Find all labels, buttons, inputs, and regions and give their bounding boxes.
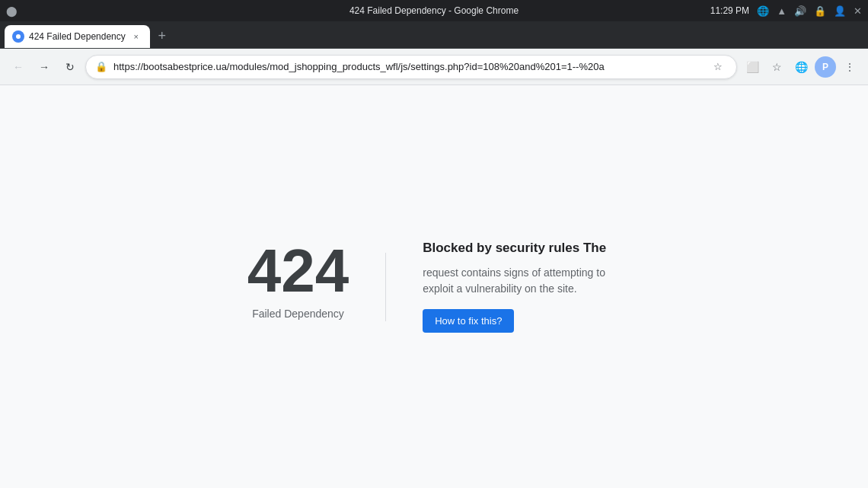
account-icon: 👤 [834, 5, 846, 17]
cast-button[interactable]: ⬜ [742, 56, 763, 78]
new-tab-button[interactable]: + [152, 25, 173, 46]
lock-system-icon: 🔒 [814, 5, 826, 17]
titlebar-left: ⬤ [6, 5, 18, 17]
error-code: 424 [247, 241, 349, 301]
speaker-icon: 🔊 [794, 5, 806, 17]
window-close-icon[interactable]: ✕ [854, 5, 862, 17]
menu-button[interactable]: ⋮ [839, 56, 860, 78]
tab-title: 424 Failed Dependency [29, 31, 126, 42]
tab-favicon [12, 30, 24, 43]
error-left: 424 Failed Dependency [247, 241, 349, 320]
lock-icon: 🔒 [95, 61, 107, 72]
titlebar: ⬤ 424 Failed Dependency - Google Chrome … [0, 0, 868, 21]
profile-button[interactable]: P [815, 56, 836, 78]
error-description: request contains signs of attempting to … [423, 265, 621, 297]
system-time: 11:29 PM [710, 5, 749, 16]
toolbar-right: ⬜ ☆ 🌐 P ⋮ [742, 56, 860, 78]
active-tab[interactable]: 424 Failed Dependency × [5, 25, 150, 48]
error-right: Blocked by security rules The request co… [423, 241, 621, 333]
bookmark-icon[interactable]: ☆ [709, 58, 727, 76]
page-content: 424 Failed Dependency Blocked by securit… [0, 85, 868, 488]
chrome-icon: ⬤ [6, 5, 18, 17]
tabbar: 424 Failed Dependency × + [0, 21, 868, 49]
divider [385, 253, 386, 321]
url-text: https://bootsabestprice.ua/modules/mod_j… [113, 61, 703, 72]
translate-button[interactable]: 🌐 [790, 56, 812, 78]
address-bar[interactable]: 🔒 https://bootsabestprice.ua/modules/mod… [85, 55, 737, 79]
favicon-inner [14, 33, 22, 40]
wifi-icon: ▲ [777, 5, 787, 17]
tab-close-button[interactable]: × [130, 30, 142, 43]
error-label: Failed Dependency [247, 308, 349, 320]
titlebar-right: 11:29 PM 🌐 ▲ 🔊 🔒 👤 ✕ [710, 5, 862, 17]
network-icon: 🌐 [757, 5, 769, 17]
back-button[interactable]: ← [8, 56, 29, 78]
error-title: Blocked by security rules The [423, 241, 621, 256]
reload-button[interactable]: ↻ [59, 56, 81, 78]
titlebar-title: 424 Failed Dependency - Google Chrome [349, 5, 519, 16]
how-to-fix-button[interactable]: How to fix this? [423, 309, 514, 333]
error-container: 424 Failed Dependency Blocked by securit… [247, 241, 621, 333]
bookmark-star-button[interactable]: ☆ [766, 56, 787, 78]
forward-button[interactable]: → [34, 56, 55, 78]
addressbar: ← → ↻ 🔒 https://bootsabestprice.ua/modul… [0, 49, 868, 85]
address-actions: ☆ [709, 58, 727, 76]
